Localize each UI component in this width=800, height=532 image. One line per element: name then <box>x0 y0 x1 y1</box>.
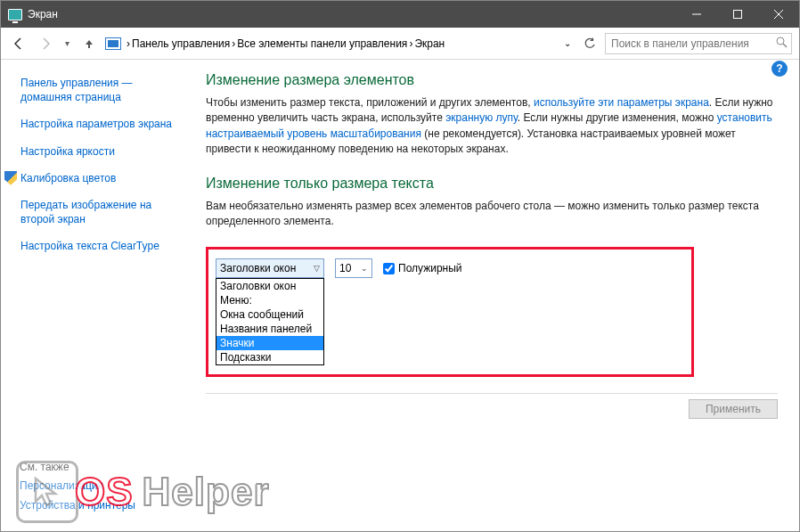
breadcrumb-item[interactable]: Панель управления <box>132 37 230 50</box>
see-also-heading: См. также <box>20 461 135 473</box>
shield-icon <box>4 171 17 185</box>
sidebar-item-home[interactable]: Панель управления — домашняя страница <box>20 76 183 104</box>
svg-rect-1 <box>734 11 742 19</box>
up-button[interactable] <box>78 33 100 54</box>
search-icon[interactable] <box>776 37 788 51</box>
dropdown-option[interactable]: Названия панелей <box>216 322 323 336</box>
close-button[interactable] <box>758 1 799 28</box>
svg-line-5 <box>783 44 787 47</box>
addr-dropdown-icon[interactable]: ⌄ <box>560 38 575 48</box>
see-also-personalization[interactable]: Персонализация <box>20 479 135 493</box>
forward-button[interactable] <box>35 33 56 54</box>
link-display-params[interactable]: используйте эти параметры экрана <box>534 96 709 109</box>
paragraph-text-only: Вам необязательно изменять размер всех э… <box>206 199 778 230</box>
bold-checkbox[interactable]: Полужирный <box>383 262 462 274</box>
chevron-down-icon: ⌄ <box>361 264 368 273</box>
window-title: Экран <box>28 8 58 20</box>
sidebar-item-calibrate[interactable]: Калибровка цветов <box>4 171 183 185</box>
display-icon <box>8 9 22 20</box>
search-box[interactable] <box>605 33 792 54</box>
dropdown-option[interactable]: Заголовки окон <box>216 279 323 293</box>
minimize-button[interactable] <box>676 1 717 28</box>
font-size-combo[interactable]: 10 ⌄ <box>335 258 372 278</box>
breadcrumb-item[interactable]: Экран <box>414 37 445 50</box>
dropdown-option-selected[interactable]: Значки <box>216 336 323 350</box>
sidebar-item-brightness[interactable]: Настройка яркости <box>20 144 183 159</box>
main-content: Изменение размера элементов Чтобы измени… <box>188 60 799 531</box>
element-type-combo[interactable]: Заголовки окон ▽ <box>216 258 324 278</box>
paragraph-resize-items: Чтобы изменить размер текста, приложений… <box>206 95 778 158</box>
chevron-down-icon: ▽ <box>314 264 320 273</box>
heading-text-only: Изменение только размера текста <box>206 176 778 192</box>
sidebar-item-project[interactable]: Передать изображение на второй экран <box>20 198 183 226</box>
bold-checkbox-input[interactable] <box>383 263 395 274</box>
dropdown-option[interactable]: Подсказки <box>216 350 323 364</box>
refresh-button[interactable] <box>580 34 600 53</box>
window-titlebar: Экран <box>1 1 799 28</box>
link-magnifier[interactable]: экранную лупу <box>445 111 518 124</box>
dropdown-option[interactable]: Меню: <box>216 293 323 307</box>
heading-resize-items: Изменение размера элементов <box>206 72 778 88</box>
toolbar: ▾ › Панель управления › Все элементы пан… <box>1 28 799 60</box>
address-bar[interactable]: › Панель управления › Все элементы панел… <box>105 37 575 50</box>
maximize-button[interactable] <box>717 1 758 28</box>
history-dropdown-icon[interactable]: ▾ <box>61 38 73 48</box>
see-also: См. также Персонализация Устройства и пр… <box>20 461 135 518</box>
see-also-devices[interactable]: Устройства и принтеры <box>20 498 135 512</box>
sidebar-item-cleartype[interactable]: Настройка текста ClearType <box>20 239 183 253</box>
search-input[interactable] <box>609 37 776 51</box>
apply-button[interactable]: Применить <box>689 399 778 419</box>
svg-point-4 <box>777 37 784 45</box>
highlight-box: Заголовки окон ▽ 10 ⌄ Полужирный Заголов… <box>206 247 694 377</box>
control-panel-icon <box>105 37 121 50</box>
sidebar-item-display-settings[interactable]: Настройка параметров экрана <box>20 117 183 131</box>
breadcrumb-item[interactable]: Все элементы панели управления <box>237 37 407 50</box>
dropdown-option[interactable]: Окна сообщений <box>216 307 323 322</box>
sidebar: Панель управления — домашняя страница На… <box>1 60 188 531</box>
element-type-dropdown[interactable]: Заголовки окон Меню: Окна сообщений Назв… <box>216 278 324 365</box>
back-button[interactable] <box>8 33 29 54</box>
divider <box>206 393 778 394</box>
